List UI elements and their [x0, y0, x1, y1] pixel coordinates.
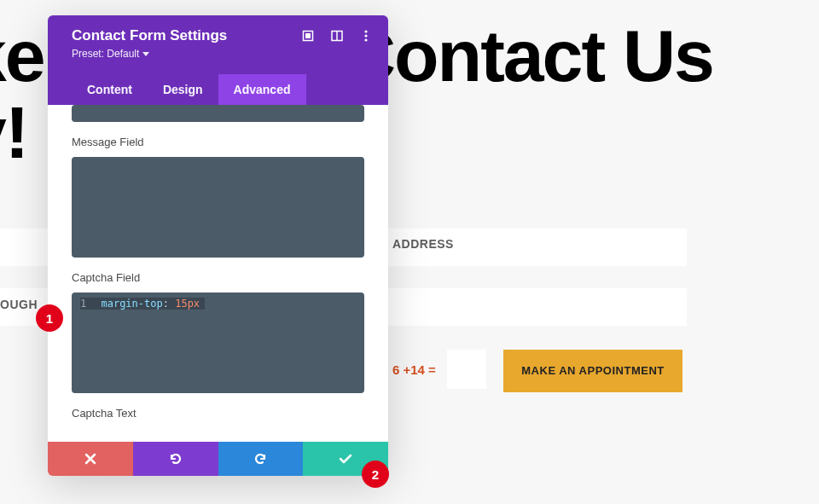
- panel-header: Contact Form Settings Preset: Default Co…: [48, 15, 388, 105]
- captcha-field-section: Captcha Field 1 margin-top: 15px: [72, 271, 364, 393]
- captcha-field-label: Captcha Field: [72, 271, 364, 284]
- check-icon: [339, 454, 352, 464]
- panel-tabs: Content Design Advanced: [72, 74, 373, 105]
- tab-design[interactable]: Design: [148, 74, 218, 105]
- svg-point-6: [364, 38, 367, 41]
- captcha-text-section: Captcha Text: [72, 407, 364, 420]
- code-value: 15px: [175, 298, 200, 310]
- redo-button[interactable]: [218, 442, 304, 476]
- captcha-equation: 6 +14 =: [392, 362, 436, 377]
- svg-point-5: [364, 34, 367, 37]
- columns-icon[interactable]: [330, 29, 344, 43]
- truncated-code-area[interactable]: [72, 105, 364, 122]
- tab-content[interactable]: Content: [72, 74, 148, 105]
- annotation-callout-1: 1: [36, 304, 63, 332]
- preset-label: Preset: Default: [72, 48, 139, 60]
- code-property: margin-top: [101, 298, 162, 310]
- close-button[interactable]: [48, 442, 133, 476]
- chevron-down-icon: [142, 52, 149, 56]
- undo-icon: [169, 452, 183, 466]
- captcha-field-code-editor[interactable]: 1 margin-top: 15px: [72, 293, 364, 393]
- annotation-callout-2: 2: [362, 461, 389, 488]
- settings-panel: Contact Form Settings Preset: Default Co…: [48, 15, 388, 476]
- captcha-answer-input[interactable]: [447, 350, 486, 389]
- panel-body: Message Field Captcha Field 1 margin-top…: [48, 105, 388, 442]
- message-field-label: Message Field: [72, 136, 364, 148]
- svg-rect-1: [305, 33, 311, 38]
- undo-button[interactable]: [133, 442, 218, 476]
- expand-icon[interactable]: [301, 29, 315, 43]
- more-vertical-icon[interactable]: [359, 29, 373, 43]
- redo-icon: [253, 452, 267, 466]
- code-line-number: 1: [80, 298, 86, 310]
- svg-point-4: [364, 30, 367, 32]
- preset-dropdown[interactable]: Preset: Default: [72, 48, 149, 60]
- tab-advanced[interactable]: Advanced: [218, 74, 306, 105]
- address-label: ADDRESS: [392, 237, 454, 251]
- make-appointment-button[interactable]: MAKE AN APPOINTMENT: [503, 350, 682, 392]
- close-icon: [84, 453, 96, 465]
- message-field-section: Message Field: [72, 136, 364, 258]
- captcha-text-label: Captcha Text: [72, 407, 364, 420]
- panel-title: Contact Form Settings: [72, 27, 227, 44]
- message-field-code-editor[interactable]: [72, 157, 364, 258]
- message-field-partial-label: OUGH: [0, 298, 38, 311]
- panel-footer: [48, 442, 388, 476]
